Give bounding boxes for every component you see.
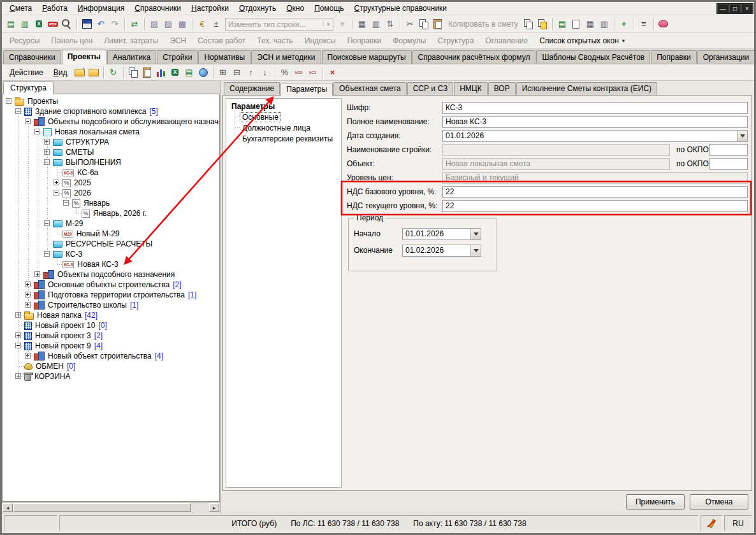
normative-book-icon[interactable]: ▤ bbox=[555, 17, 569, 31]
tree-item[interactable]: 2026 bbox=[4, 188, 219, 198]
tree-item[interactable]: М-29 bbox=[4, 218, 219, 229]
excel-export-icon[interactable]: X bbox=[32, 17, 46, 31]
move-up-icon[interactable]: ↑ bbox=[244, 66, 258, 80]
tree-item[interactable]: Основные объекты строительства[2] bbox=[4, 280, 219, 290]
tree-item[interactable]: Новый проект 10[0] bbox=[4, 320, 219, 331]
tree-item[interactable]: Проекты bbox=[4, 96, 219, 106]
folder-up-icon[interactable] bbox=[73, 66, 87, 80]
expand-icon[interactable] bbox=[44, 149, 50, 155]
act-sheet-icon[interactable]: ▥ bbox=[597, 17, 611, 31]
folder-new-icon[interactable] bbox=[87, 66, 101, 80]
maximize-button[interactable]: □ bbox=[729, 4, 741, 13]
tree-item[interactable]: КС-3 bbox=[4, 249, 219, 259]
panel-button[interactable]: Тех. часть bbox=[251, 35, 298, 46]
dropdown-arrow-icon[interactable] bbox=[737, 131, 747, 141]
percent-icon[interactable]: % bbox=[278, 66, 292, 80]
feedback-icon[interactable] bbox=[657, 17, 671, 31]
redo-icon[interactable]: ↷ bbox=[108, 17, 122, 31]
menu-item[interactable]: Структурные справочники bbox=[349, 3, 453, 14]
tree-item[interactable]: Здание спортивного комплекса[5] bbox=[4, 106, 219, 117]
row-type-combo[interactable]: Изменить тип строки...▾ bbox=[225, 18, 333, 31]
vat-base-input[interactable]: 22 bbox=[442, 186, 748, 198]
insert-comment-icon[interactable]: ▩ bbox=[175, 17, 189, 31]
tab-structure[interactable]: Структура bbox=[3, 82, 54, 94]
menu-item[interactable]: Окно bbox=[281, 3, 309, 14]
expand-icon[interactable] bbox=[25, 282, 31, 287]
menu-item[interactable]: Справочники bbox=[129, 3, 186, 14]
collapse-icon[interactable] bbox=[63, 200, 69, 206]
tree-item[interactable]: Строительство школы[1] bbox=[4, 300, 219, 310]
price-icon[interactable]: € bbox=[195, 17, 209, 31]
tree-item[interactable]: 2025 bbox=[4, 178, 219, 188]
params-tree-item[interactable]: Основные bbox=[230, 111, 340, 122]
workspace-tab[interactable]: ЭСН и методики bbox=[251, 50, 321, 64]
menu-item[interactable]: Смета bbox=[4, 3, 37, 14]
tree-item[interactable]: Объекты подсобного назначения bbox=[4, 269, 219, 280]
panel-button[interactable]: Список открытых окон▾ bbox=[534, 35, 630, 46]
vat-current-input[interactable]: 22 bbox=[442, 200, 748, 212]
menu-item[interactable]: Информация bbox=[73, 3, 129, 14]
date-created-input[interactable]: 01.01.2026 bbox=[442, 130, 748, 142]
panel-button[interactable]: Ресурсы bbox=[4, 35, 45, 46]
workspace-tab[interactable]: Справочники bbox=[3, 50, 61, 64]
cut-icon[interactable]: ✂ bbox=[403, 17, 417, 31]
tree-item[interactable]: Подготовка территории строительства[1] bbox=[4, 290, 219, 300]
groups-icon[interactable]: ▥ bbox=[369, 17, 383, 31]
report-icon[interactable] bbox=[154, 66, 168, 80]
tree-item[interactable]: РЕСУРСНЫЕ РАСЧЕТЫ bbox=[4, 239, 219, 249]
refresh-icon[interactable]: ↻ bbox=[106, 66, 120, 80]
tree-item[interactable]: Январь, 2026 г. bbox=[4, 208, 219, 218]
okpo-input[interactable] bbox=[709, 158, 748, 170]
workspace-tab[interactable]: Нормативы bbox=[198, 50, 251, 64]
move-down-icon[interactable]: ↓ bbox=[258, 66, 272, 80]
workspace-tab[interactable]: Справочник расчётных формул bbox=[412, 50, 536, 64]
insert-row-icon[interactable]: ▤ bbox=[4, 17, 18, 31]
period-start-combo[interactable]: 01.01.2026 bbox=[402, 228, 481, 240]
workspace-tab[interactable]: Проекты bbox=[62, 50, 106, 64]
pdf-export-icon[interactable]: PDF bbox=[46, 17, 60, 31]
tree-item[interactable]: КОРЗИНА bbox=[4, 371, 219, 382]
save-icon[interactable] bbox=[80, 17, 94, 31]
workspace-tab[interactable]: Поправки bbox=[651, 50, 696, 64]
dropdown-arrow-icon[interactable] bbox=[470, 229, 481, 239]
dropdown-arrow-icon[interactable] bbox=[470, 245, 481, 256]
params-root[interactable]: Параметры bbox=[230, 101, 340, 111]
panel-button[interactable]: ЭСН bbox=[164, 35, 192, 46]
tree-item[interactable]: Новый объект строительства[4] bbox=[4, 351, 219, 361]
expand-icon[interactable] bbox=[25, 292, 31, 297]
collapse-icon[interactable] bbox=[15, 343, 21, 348]
exchange-icon[interactable]: ⇄ bbox=[127, 17, 142, 31]
collapse-icon[interactable] bbox=[25, 118, 31, 124]
excel-icon[interactable]: X bbox=[168, 66, 182, 80]
workspace-tab[interactable]: Шаблоны Сводных Расчётов bbox=[536, 50, 650, 64]
okpo-input[interactable] bbox=[709, 144, 748, 156]
workspace-tab[interactable]: Поисковые маршруты bbox=[322, 50, 412, 64]
menu-item[interactable]: Настройки bbox=[186, 3, 234, 14]
buffer-list-icon[interactable] bbox=[535, 17, 549, 31]
tree-item[interactable]: Новый проект 3[2] bbox=[4, 331, 219, 341]
panel-button[interactable]: Оглавление bbox=[479, 35, 534, 46]
expand-icon[interactable] bbox=[34, 271, 40, 277]
panel-button[interactable]: Поправки bbox=[342, 35, 387, 46]
expand-icon[interactable] bbox=[44, 139, 50, 145]
panel-button[interactable]: Состав работ bbox=[192, 35, 251, 46]
globe-icon[interactable] bbox=[196, 66, 210, 80]
scroll-thumb[interactable] bbox=[13, 503, 191, 512]
tree-item[interactable]: М29Новый М-29 bbox=[4, 229, 219, 239]
resource-sheet-icon[interactable]: ▦ bbox=[583, 17, 597, 31]
collapse-icon[interactable] bbox=[54, 190, 59, 196]
sort-icon[interactable]: ⇅ bbox=[383, 17, 397, 31]
close-button[interactable]: × bbox=[741, 4, 753, 13]
book-icon[interactable]: ▤ bbox=[182, 66, 196, 80]
tree-item[interactable]: СТРУКТУРА bbox=[4, 137, 219, 147]
clear-row-type-icon[interactable]: × bbox=[335, 17, 349, 31]
menu-item[interactable]: Работа bbox=[37, 3, 73, 14]
workspace-tab[interactable]: Стройки bbox=[157, 50, 198, 64]
panel-button[interactable]: Лимит. затраты bbox=[98, 35, 164, 46]
action-menu[interactable]: Вид bbox=[48, 66, 73, 79]
tree-item[interactable]: Новая папка[42] bbox=[4, 310, 219, 320]
document-tab[interactable]: ВОР bbox=[488, 82, 516, 95]
paste-icon[interactable] bbox=[431, 17, 445, 31]
collapse-icon[interactable] bbox=[44, 220, 50, 226]
document-tab[interactable]: НМЦК bbox=[454, 82, 488, 95]
